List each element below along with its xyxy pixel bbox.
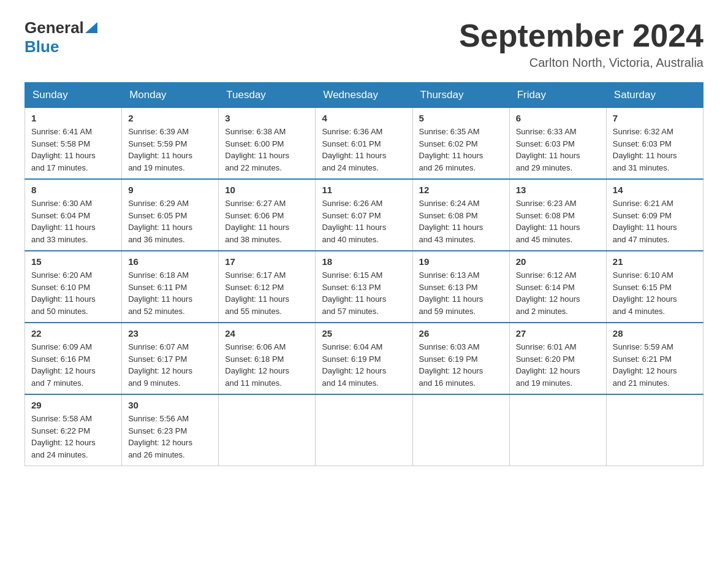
col-monday: Monday xyxy=(122,83,219,108)
day-number: 11 xyxy=(322,185,406,195)
table-cell: 29Sunrise: 5:58 AMSunset: 6:22 PMDayligh… xyxy=(25,394,122,466)
day-info: Sunrise: 6:26 AMSunset: 6:07 PMDaylight:… xyxy=(322,197,406,245)
svg-marker-0 xyxy=(85,22,97,33)
day-info: Sunrise: 6:35 AMSunset: 6:02 PMDaylight:… xyxy=(419,126,503,174)
table-cell: 27Sunrise: 6:01 AMSunset: 6:20 PMDayligh… xyxy=(509,323,606,394)
day-number: 13 xyxy=(516,185,600,195)
table-cell: 14Sunrise: 6:21 AMSunset: 6:09 PMDayligh… xyxy=(606,179,703,251)
day-number: 25 xyxy=(322,328,406,339)
day-number: 12 xyxy=(419,185,503,195)
col-tuesday: Tuesday xyxy=(219,83,316,108)
day-info: Sunrise: 6:06 AMSunset: 6:18 PMDaylight:… xyxy=(225,341,309,389)
table-cell: 2Sunrise: 6:39 AMSunset: 5:59 PMDaylight… xyxy=(122,108,219,180)
page-header: General Blue September 2024 Carlton Nort… xyxy=(25,18,703,70)
week-row-2: 8Sunrise: 6:30 AMSunset: 6:04 PMDaylight… xyxy=(25,179,703,251)
day-info: Sunrise: 6:30 AMSunset: 6:04 PMDaylight:… xyxy=(31,197,115,245)
col-friday: Friday xyxy=(509,83,606,108)
day-number: 23 xyxy=(128,328,212,339)
table-cell: 26Sunrise: 6:03 AMSunset: 6:19 PMDayligh… xyxy=(412,323,509,394)
table-cell: 30Sunrise: 5:56 AMSunset: 6:23 PMDayligh… xyxy=(122,394,219,466)
day-number: 1 xyxy=(31,113,115,123)
day-number: 22 xyxy=(31,328,115,339)
table-cell: 13Sunrise: 6:23 AMSunset: 6:08 PMDayligh… xyxy=(509,179,606,251)
logo-triangle-icon xyxy=(85,22,97,33)
week-row-5: 29Sunrise: 5:58 AMSunset: 6:22 PMDayligh… xyxy=(25,394,703,466)
day-info: Sunrise: 6:13 AMSunset: 6:13 PMDaylight:… xyxy=(419,269,503,317)
day-number: 30 xyxy=(128,400,212,410)
month-title: September 2024 xyxy=(459,18,703,53)
table-cell: 20Sunrise: 6:12 AMSunset: 6:14 PMDayligh… xyxy=(509,251,606,323)
day-info: Sunrise: 6:03 AMSunset: 6:19 PMDaylight:… xyxy=(419,341,503,389)
day-number: 4 xyxy=(322,113,406,123)
table-cell: 28Sunrise: 5:59 AMSunset: 6:21 PMDayligh… xyxy=(606,323,703,394)
table-cell xyxy=(219,394,316,466)
table-cell: 19Sunrise: 6:13 AMSunset: 6:13 PMDayligh… xyxy=(412,251,509,323)
day-number: 19 xyxy=(419,256,503,267)
day-number: 10 xyxy=(225,185,309,195)
table-cell: 10Sunrise: 6:27 AMSunset: 6:06 PMDayligh… xyxy=(219,179,316,251)
table-cell: 11Sunrise: 6:26 AMSunset: 6:07 PMDayligh… xyxy=(316,179,412,251)
day-number: 24 xyxy=(225,328,309,339)
day-info: Sunrise: 6:10 AMSunset: 6:15 PMDaylight:… xyxy=(613,269,697,317)
table-cell: 4Sunrise: 6:36 AMSunset: 6:01 PMDaylight… xyxy=(316,108,412,180)
col-saturday: Saturday xyxy=(606,83,703,108)
logo-text-blue: Blue xyxy=(25,37,59,56)
table-cell: 3Sunrise: 6:38 AMSunset: 6:00 PMDaylight… xyxy=(219,108,316,180)
table-cell: 17Sunrise: 6:17 AMSunset: 6:12 PMDayligh… xyxy=(219,251,316,323)
day-number: 29 xyxy=(31,400,115,410)
day-number: 2 xyxy=(128,113,212,123)
day-number: 17 xyxy=(225,256,309,267)
day-number: 18 xyxy=(322,256,406,267)
col-thursday: Thursday xyxy=(412,83,509,108)
day-info: Sunrise: 6:17 AMSunset: 6:12 PMDaylight:… xyxy=(225,269,309,317)
table-cell: 9Sunrise: 6:29 AMSunset: 6:05 PMDaylight… xyxy=(122,179,219,251)
table-cell: 15Sunrise: 6:20 AMSunset: 6:10 PMDayligh… xyxy=(25,251,122,323)
day-info: Sunrise: 6:32 AMSunset: 6:03 PMDaylight:… xyxy=(613,126,697,174)
day-number: 14 xyxy=(613,185,697,195)
table-cell xyxy=(606,394,703,466)
day-info: Sunrise: 5:56 AMSunset: 6:23 PMDaylight:… xyxy=(128,413,212,461)
week-row-3: 15Sunrise: 6:20 AMSunset: 6:10 PMDayligh… xyxy=(25,251,703,323)
day-info: Sunrise: 6:27 AMSunset: 6:06 PMDaylight:… xyxy=(225,197,309,245)
table-cell xyxy=(412,394,509,466)
day-info: Sunrise: 6:41 AMSunset: 5:58 PMDaylight:… xyxy=(31,126,115,174)
day-info: Sunrise: 6:20 AMSunset: 6:10 PMDaylight:… xyxy=(31,269,115,317)
table-cell: 21Sunrise: 6:10 AMSunset: 6:15 PMDayligh… xyxy=(606,251,703,323)
logo: General Blue xyxy=(25,18,97,56)
day-info: Sunrise: 6:21 AMSunset: 6:09 PMDaylight:… xyxy=(613,197,697,245)
col-sunday: Sunday xyxy=(25,83,122,108)
title-area: September 2024 Carlton North, Victoria, … xyxy=(459,18,703,70)
day-number: 6 xyxy=(516,113,600,123)
col-wednesday: Wednesday xyxy=(316,83,412,108)
day-info: Sunrise: 6:15 AMSunset: 6:13 PMDaylight:… xyxy=(322,269,406,317)
day-number: 8 xyxy=(31,185,115,195)
table-cell: 5Sunrise: 6:35 AMSunset: 6:02 PMDaylight… xyxy=(412,108,509,180)
day-info: Sunrise: 5:59 AMSunset: 6:21 PMDaylight:… xyxy=(613,341,697,389)
day-info: Sunrise: 6:23 AMSunset: 6:08 PMDaylight:… xyxy=(516,197,600,245)
day-info: Sunrise: 6:38 AMSunset: 6:00 PMDaylight:… xyxy=(225,126,309,174)
day-number: 28 xyxy=(613,328,697,339)
day-number: 26 xyxy=(419,328,503,339)
day-info: Sunrise: 6:04 AMSunset: 6:19 PMDaylight:… xyxy=(322,341,406,389)
calendar-table: Sunday Monday Tuesday Wednesday Thursday… xyxy=(25,82,703,466)
table-cell: 23Sunrise: 6:07 AMSunset: 6:17 PMDayligh… xyxy=(122,323,219,394)
table-cell: 6Sunrise: 6:33 AMSunset: 6:03 PMDaylight… xyxy=(509,108,606,180)
day-info: Sunrise: 6:36 AMSunset: 6:01 PMDaylight:… xyxy=(322,126,406,174)
table-cell: 16Sunrise: 6:18 AMSunset: 6:11 PMDayligh… xyxy=(122,251,219,323)
table-cell: 1Sunrise: 6:41 AMSunset: 5:58 PMDaylight… xyxy=(25,108,122,180)
day-number: 16 xyxy=(128,256,212,267)
day-number: 3 xyxy=(225,113,309,123)
table-cell: 7Sunrise: 6:32 AMSunset: 6:03 PMDaylight… xyxy=(606,108,703,180)
table-cell: 8Sunrise: 6:30 AMSunset: 6:04 PMDaylight… xyxy=(25,179,122,251)
logo-text-general: General xyxy=(25,18,84,37)
day-info: Sunrise: 6:07 AMSunset: 6:17 PMDaylight:… xyxy=(128,341,212,389)
week-row-1: 1Sunrise: 6:41 AMSunset: 5:58 PMDaylight… xyxy=(25,108,703,180)
day-number: 20 xyxy=(516,256,600,267)
week-row-4: 22Sunrise: 6:09 AMSunset: 6:16 PMDayligh… xyxy=(25,323,703,394)
day-info: Sunrise: 6:18 AMSunset: 6:11 PMDaylight:… xyxy=(128,269,212,317)
table-cell xyxy=(316,394,412,466)
day-info: Sunrise: 6:39 AMSunset: 5:59 PMDaylight:… xyxy=(128,126,212,174)
location-title: Carlton North, Victoria, Australia xyxy=(459,56,703,70)
day-info: Sunrise: 6:33 AMSunset: 6:03 PMDaylight:… xyxy=(516,126,600,174)
table-cell: 25Sunrise: 6:04 AMSunset: 6:19 PMDayligh… xyxy=(316,323,412,394)
